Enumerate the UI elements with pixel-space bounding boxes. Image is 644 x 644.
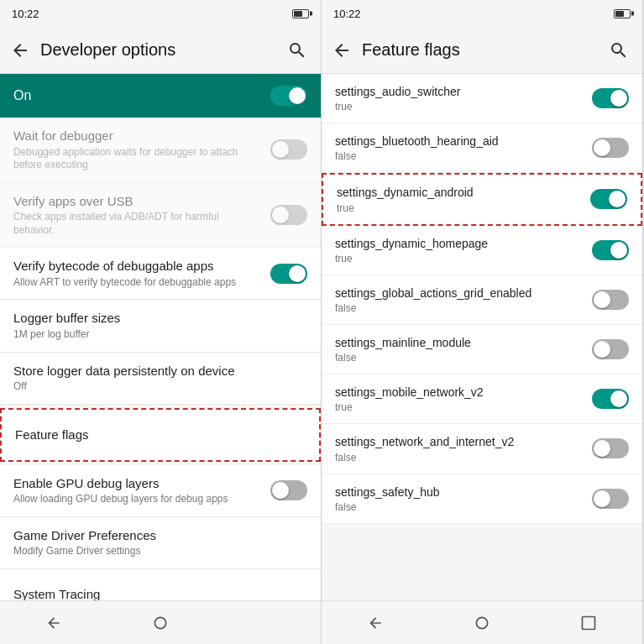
status-bar-right: 10:22 [322, 0, 642, 27]
gpu-debug-desc: Allow loading GPU debug layers for debug… [13, 493, 260, 506]
gpu-debug-text: Enable GPU debug layers Allow loading GP… [13, 475, 270, 506]
page-title-right: Feature flags [359, 40, 602, 60]
game-driver-title: Game Driver Preferences [13, 527, 297, 544]
flag-dynamic-android-toggle[interactable] [590, 189, 627, 209]
app-bar-left: Developer options [0, 27, 321, 74]
flag-audio-switcher-text: settings_audio_switcher true [335, 84, 592, 113]
nav-bar-right [322, 600, 642, 644]
flag-dynamic-android-name: settings_dynamic_android [337, 185, 580, 200]
flag-global-actions-grid-text: settings_global_actions_grid_enabled fal… [335, 285, 592, 314]
status-time-right: 10:22 [333, 8, 361, 20]
flag-network-internet-v2-name: settings_network_and_internet_v2 [335, 434, 582, 449]
flag-dynamic-android-text: settings_dynamic_android true [337, 185, 590, 213]
wait-for-debugger-item[interactable]: Wait for debugger Debugged application w… [0, 118, 321, 183]
app-bar-right: Feature flags [322, 27, 642, 74]
store-logger-text: Store logger data persistently on device… [13, 363, 307, 394]
flag-audio-switcher-value: true [335, 101, 582, 113]
toggle-thumb-dh [610, 242, 627, 259]
gpu-debug-toggle[interactable] [270, 480, 307, 500]
flag-dynamic-android[interactable]: settings_dynamic_android true [322, 173, 642, 225]
feature-flags-item[interactable]: Feature flags [0, 408, 321, 462]
nav-home-icon-left [152, 615, 169, 631]
flag-global-actions-grid-toggle[interactable] [592, 290, 629, 310]
verify-bytecode-text: Verify bytecode of debuggable apps Allow… [13, 258, 270, 289]
flag-global-actions-grid-name: settings_global_actions_grid_enabled [335, 285, 582, 301]
search-button-left[interactable] [280, 34, 314, 67]
page-title-left: Developer options [37, 40, 280, 60]
toggle-thumb-on [289, 87, 306, 104]
nav-recents-right[interactable] [572, 606, 605, 640]
logger-buffer-desc: 1M per log buffer [13, 328, 297, 342]
arrow-back-icon-left [10, 40, 30, 60]
nav-recents-icon-right [580, 615, 597, 631]
flag-safety-hub-toggle[interactable] [592, 489, 629, 509]
flag-safety-hub[interactable]: settings_safety_hub false [322, 474, 642, 524]
flag-bluetooth-hearing[interactable]: settings_bluetooth_hearing_aid false [322, 123, 642, 173]
nav-back-left[interactable] [37, 606, 71, 640]
on-label: On [13, 88, 270, 103]
flag-dynamic-homepage-text: settings_dynamic_homepage true [335, 236, 592, 264]
flag-mainline-module-name: settings_mainline_module [335, 335, 582, 350]
flag-mobile-network-v2-value: true [335, 401, 582, 413]
search-button-right[interactable] [602, 34, 636, 67]
flag-dynamic-homepage-toggle[interactable] [592, 240, 629, 260]
gpu-debug-item[interactable]: Enable GPU debug layers Allow loading GP… [0, 465, 321, 517]
on-toggle-row[interactable]: On [0, 74, 321, 118]
developer-options-panel: 10:22 Developer options On [0, 0, 322, 644]
flag-audio-switcher-name: settings_audio_switcher [335, 84, 582, 99]
verify-bytecode-item[interactable]: Verify bytecode of debuggable apps Allow… [0, 248, 321, 300]
arrow-back-icon-right [332, 40, 352, 60]
feature-flags-panel: 10:22 Feature flags settings_audio_switc… [322, 0, 643, 644]
verify-apps-usb-toggle[interactable] [270, 205, 307, 225]
battery-icon-right [614, 9, 631, 18]
wait-for-debugger-toggle[interactable] [270, 139, 307, 160]
search-icon-left [287, 40, 307, 60]
flag-bluetooth-hearing-toggle[interactable] [592, 138, 629, 158]
game-driver-item[interactable]: Game Driver Preferences Modify Game Driv… [0, 517, 321, 569]
flag-network-internet-v2[interactable]: settings_network_and_internet_v2 false [322, 424, 642, 474]
status-time-left: 10:22 [12, 8, 39, 20]
nav-recents-left[interactable] [250, 606, 284, 640]
flag-network-internet-v2-toggle[interactable] [592, 438, 629, 458]
on-toggle[interactable] [270, 86, 307, 106]
search-icon-right [609, 40, 629, 60]
nav-home-icon-right [474, 615, 490, 631]
nav-back-icon-left [45, 615, 62, 631]
flag-mainline-module-text: settings_mainline_module false [335, 335, 592, 364]
nav-home-left[interactable] [144, 606, 177, 640]
wait-for-debugger-title: Wait for debugger [13, 128, 260, 144]
back-button-right[interactable] [325, 34, 359, 67]
svg-point-0 [154, 617, 165, 628]
developer-options-content: On Wait for debugger Debugged applicatio… [0, 74, 321, 600]
flag-mobile-network-v2[interactable]: settings_mobile_network_v2 true [322, 374, 642, 424]
store-logger-item[interactable]: Store logger data persistently on device… [0, 353, 321, 405]
flag-mainline-module-value: false [335, 352, 582, 364]
flag-safety-hub-text: settings_safety_hub false [335, 484, 592, 513]
flag-mainline-module[interactable]: settings_mainline_module false [322, 325, 642, 374]
flag-mainline-module-toggle[interactable] [592, 339, 629, 359]
flag-bluetooth-hearing-text: settings_bluetooth_hearing_aid false [335, 134, 592, 162]
logger-buffer-title: Logger buffer sizes [13, 310, 297, 327]
flag-global-actions-grid[interactable]: settings_global_actions_grid_enabled fal… [322, 275, 642, 325]
verify-apps-usb-desc: Check apps installed via ADB/ADT for har… [13, 211, 260, 237]
verify-apps-usb-item[interactable]: Verify apps over USB Check apps installe… [0, 183, 321, 249]
system-tracing-item[interactable]: System Tracing [0, 569, 321, 600]
wait-for-debugger-desc: Debugged application waits for debugger … [13, 146, 260, 172]
flag-network-internet-v2-value: false [335, 452, 582, 463]
flag-audio-switcher[interactable]: settings_audio_switcher true [322, 74, 642, 123]
flag-audio-switcher-toggle[interactable] [592, 88, 629, 108]
back-button-left[interactable] [3, 34, 37, 67]
flag-mobile-network-v2-toggle[interactable] [592, 389, 629, 409]
verify-bytecode-toggle[interactable] [270, 264, 307, 284]
flag-dynamic-android-value: true [337, 202, 580, 214]
logger-buffer-item[interactable]: Logger buffer sizes 1M per log buffer [0, 300, 321, 352]
nav-bar-left [0, 600, 321, 644]
flag-dynamic-homepage-name: settings_dynamic_homepage [335, 236, 582, 251]
flag-mobile-network-v2-text: settings_mobile_network_v2 true [335, 385, 592, 413]
nav-back-right[interactable] [359, 606, 392, 640]
flag-dynamic-homepage[interactable]: settings_dynamic_homepage true [322, 226, 642, 275]
toggle-thumb-mm [594, 341, 610, 358]
gpu-debug-title: Enable GPU debug layers [13, 475, 260, 492]
svg-point-2 [476, 617, 487, 628]
nav-home-right[interactable] [465, 606, 499, 640]
